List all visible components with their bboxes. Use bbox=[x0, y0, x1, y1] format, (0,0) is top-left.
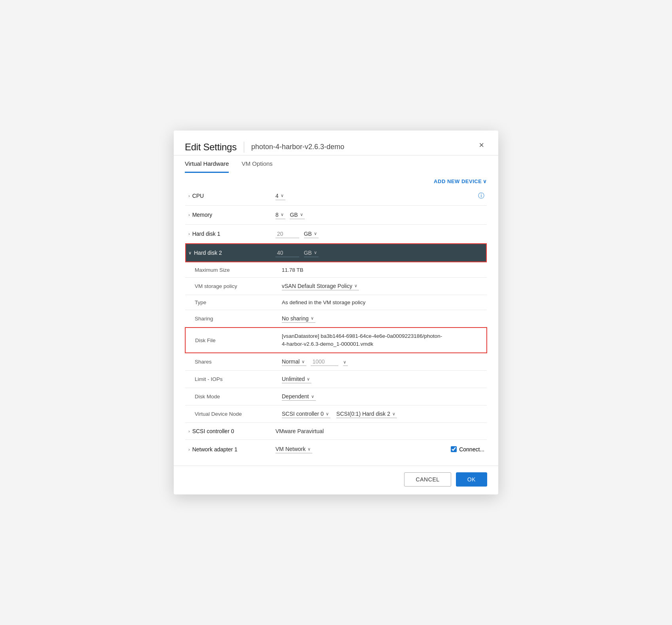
add-device-chevron-icon: ∨ bbox=[483, 178, 487, 184]
cpu-chevron-icon: ∨ bbox=[281, 193, 284, 198]
network-adapter-row: › Network adapter 1 VM Network ∨ Connect… bbox=[185, 440, 487, 459]
hard-disk-1-size-input[interactable] bbox=[275, 230, 299, 238]
ok-button[interactable]: OK bbox=[456, 472, 487, 487]
memory-expand-icon[interactable]: › bbox=[188, 212, 190, 217]
tab-bar: Virtual Hardware VM Options bbox=[174, 155, 498, 173]
hard-disk-1-expand-icon[interactable]: › bbox=[188, 231, 190, 236]
memory-unit-chevron-icon: ∨ bbox=[300, 212, 303, 217]
cancel-button[interactable]: CANCEL bbox=[404, 472, 451, 487]
max-size-label: Maximum Size bbox=[185, 262, 272, 277]
dialog-header: Edit Settings photon-4-harbor-v2.6.3-dem… bbox=[174, 131, 498, 155]
shares-value-select[interactable]: Normal ∨ bbox=[282, 358, 306, 366]
disk-file-value: [vsanDatastore] ba3b1464-6981-64ce-4e6e-… bbox=[272, 328, 448, 353]
limit-iops-label: Limit - IOPs bbox=[185, 371, 272, 388]
dialog-footer: CANCEL OK bbox=[174, 466, 498, 494]
dialog-subtitle: photon-4-harbor-v2.6.3-demo bbox=[251, 143, 344, 151]
sharing-select[interactable]: No sharing ∨ bbox=[282, 314, 315, 323]
vm-storage-policy-label: VM storage policy bbox=[185, 277, 272, 295]
hard-disk-2-size-input[interactable] bbox=[275, 249, 299, 257]
memory-value-select[interactable]: 8 ∨ bbox=[275, 211, 285, 219]
disk-mode-row: Disk Mode Dependent ∨ bbox=[185, 388, 487, 405]
shares-extra-select[interactable]: ∨ bbox=[343, 359, 348, 366]
hard-disk-2-header-row: ∨ Hard disk 2 GB ∨ bbox=[185, 243, 487, 262]
cpu-expand-icon[interactable]: › bbox=[188, 193, 190, 198]
network-adapter-chevron-icon: ∨ bbox=[308, 447, 311, 452]
vm-storage-policy-row: VM storage policy vSAN Default Storage P… bbox=[185, 277, 487, 295]
shares-row: Shares Normal ∨ ∨ bbox=[185, 353, 487, 371]
disk-mode-select[interactable]: Dependent ∨ bbox=[282, 392, 316, 401]
virtual-device-node-label: Virtual Device Node bbox=[185, 405, 272, 423]
connect-checkbox-label[interactable]: Connect... bbox=[451, 446, 484, 453]
hard-disk-2-label: Hard disk 2 bbox=[194, 250, 222, 256]
network-adapter-label: Network adapter 1 bbox=[192, 446, 237, 453]
memory-row: › Memory 8 ∨ GB ∨ bbox=[185, 205, 487, 224]
memory-chevron-icon: ∨ bbox=[281, 212, 284, 217]
type-value: As defined in the VM storage policy bbox=[272, 295, 448, 310]
type-label: Type bbox=[185, 295, 272, 310]
shares-number-input[interactable] bbox=[311, 358, 338, 366]
virtual-device-controller-chevron-icon: ∨ bbox=[326, 411, 329, 417]
shares-extra-chevron-icon: ∨ bbox=[343, 360, 346, 365]
hard-disk-2-unit-chevron-icon: ∨ bbox=[314, 250, 317, 255]
shares-value-chevron-icon: ∨ bbox=[302, 359, 305, 364]
hard-disk-1-label: Hard disk 1 bbox=[192, 231, 220, 237]
vm-storage-policy-chevron-icon: ∨ bbox=[354, 283, 357, 288]
sharing-chevron-icon: ∨ bbox=[311, 316, 314, 321]
hard-disk-2-expand-icon[interactable]: ∨ bbox=[188, 250, 192, 256]
header-divider bbox=[244, 142, 244, 153]
virtual-device-disk-chevron-icon: ∨ bbox=[392, 411, 395, 417]
cpu-info-icon[interactable]: ⓘ bbox=[478, 192, 484, 199]
cpu-value-select[interactable]: 4 ∨ bbox=[275, 192, 285, 200]
disk-file-label: Disk File bbox=[185, 328, 272, 353]
hardware-table: › CPU 4 ∨ ⓘ › bbox=[185, 187, 487, 459]
dialog-title: Edit Settings bbox=[185, 142, 237, 153]
add-new-device-button[interactable]: ADD NEW DEVICE ∨ bbox=[434, 178, 487, 184]
disk-mode-label: Disk Mode bbox=[185, 388, 272, 405]
network-adapter-select[interactable]: VM Network ∨ bbox=[275, 445, 312, 453]
edit-settings-dialog: Edit Settings photon-4-harbor-v2.6.3-dem… bbox=[174, 131, 498, 495]
hard-disk-2-unit-select[interactable]: GB ∨ bbox=[304, 249, 319, 257]
connect-label: Connect... bbox=[459, 446, 484, 453]
virtual-device-node-row: Virtual Device Node SCSI controller 0 ∨ … bbox=[185, 405, 487, 423]
dialog-content: ADD NEW DEVICE ∨ › CPU 4 ∨ bbox=[174, 173, 498, 466]
limit-iops-row: Limit - IOPs Unlimited ∨ bbox=[185, 371, 487, 388]
virtual-device-controller-select[interactable]: SCSI controller 0 ∨ bbox=[282, 410, 330, 418]
limit-iops-select[interactable]: Unlimited ∨ bbox=[282, 375, 311, 383]
cpu-label: CPU bbox=[192, 193, 204, 199]
hard-disk-1-unit-select[interactable]: GB ∨ bbox=[304, 230, 319, 238]
max-size-row: Maximum Size 11.78 TB bbox=[185, 262, 487, 277]
memory-unit-select[interactable]: GB ∨ bbox=[290, 211, 304, 219]
sharing-row: Sharing No sharing ∨ bbox=[185, 310, 487, 328]
vm-storage-policy-select[interactable]: vSAN Default Storage Policy ∨ bbox=[282, 282, 359, 290]
cpu-row: › CPU 4 ∨ ⓘ bbox=[185, 187, 487, 206]
close-button[interactable]: × bbox=[476, 139, 487, 151]
disk-mode-chevron-icon: ∨ bbox=[311, 394, 314, 399]
max-size-value: 11.78 TB bbox=[272, 262, 448, 277]
limit-iops-chevron-icon: ∨ bbox=[307, 377, 310, 382]
scsi-value: VMware Paravirtual bbox=[272, 423, 448, 440]
add-device-row: ADD NEW DEVICE ∨ bbox=[185, 173, 487, 187]
scsi-expand-icon[interactable]: › bbox=[188, 429, 190, 434]
type-row: Type As defined in the VM storage policy bbox=[185, 295, 487, 310]
tab-vm-options[interactable]: VM Options bbox=[241, 155, 272, 173]
connect-checkbox[interactable] bbox=[451, 446, 457, 452]
disk-file-row: Disk File [vsanDatastore] ba3b1464-6981-… bbox=[185, 328, 487, 353]
virtual-device-disk-select[interactable]: SCSI(0:1) Hard disk 2 ∨ bbox=[336, 410, 397, 418]
hard-disk-1-unit-chevron-icon: ∨ bbox=[314, 231, 317, 236]
scsi-controller-row: › SCSI controller 0 VMware Paravirtual bbox=[185, 423, 487, 440]
scsi-label: SCSI controller 0 bbox=[192, 428, 234, 434]
sharing-label: Sharing bbox=[185, 310, 272, 328]
shares-label: Shares bbox=[185, 353, 272, 371]
hard-disk-1-row: › Hard disk 1 GB ∨ bbox=[185, 224, 487, 243]
tab-virtual-hardware[interactable]: Virtual Hardware bbox=[185, 155, 229, 173]
network-expand-icon[interactable]: › bbox=[188, 447, 190, 452]
memory-label: Memory bbox=[192, 212, 213, 218]
